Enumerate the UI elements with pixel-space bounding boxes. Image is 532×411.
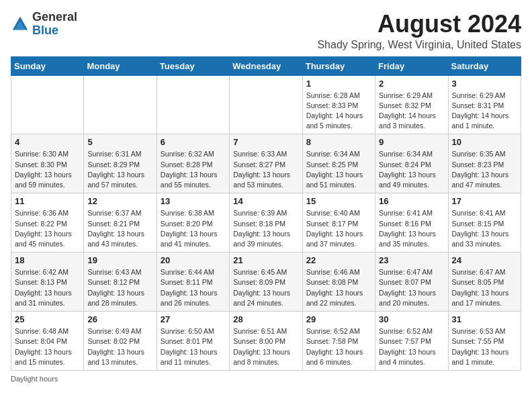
calendar-cell: 28Sunrise: 6:51 AM Sunset: 8:00 PM Dayli…	[230, 312, 302, 371]
day-of-week-row: SundayMondayTuesdayWednesdayThursdayFrid…	[11, 56, 521, 75]
day-info: Sunrise: 6:38 AM Sunset: 8:20 PM Dayligh…	[161, 208, 226, 249]
day-info: Sunrise: 6:46 AM Sunset: 8:08 PM Dayligh…	[306, 267, 371, 308]
day-number: 19	[87, 255, 152, 265]
dow-header: Friday	[375, 56, 448, 75]
day-info: Sunrise: 6:51 AM Sunset: 8:00 PM Dayligh…	[233, 326, 298, 367]
calendar-cell: 2Sunrise: 6:29 AM Sunset: 8:32 PM Daylig…	[375, 75, 448, 134]
day-info: Sunrise: 6:41 AM Sunset: 8:15 PM Dayligh…	[452, 208, 517, 249]
calendar-week: 1Sunrise: 6:28 AM Sunset: 8:33 PM Daylig…	[11, 75, 521, 134]
calendar-cell	[11, 75, 84, 134]
day-info: Sunrise: 6:31 AM Sunset: 8:29 PM Dayligh…	[87, 149, 152, 190]
day-info: Sunrise: 6:42 AM Sunset: 8:13 PM Dayligh…	[15, 267, 80, 308]
day-info: Sunrise: 6:47 AM Sunset: 8:07 PM Dayligh…	[379, 267, 444, 308]
day-number: 12	[87, 196, 152, 206]
calendar-week: 25Sunrise: 6:48 AM Sunset: 8:04 PM Dayli…	[11, 312, 521, 371]
day-info: Sunrise: 6:39 AM Sunset: 8:18 PM Dayligh…	[233, 208, 298, 249]
day-info: Sunrise: 6:32 AM Sunset: 8:28 PM Dayligh…	[161, 149, 226, 190]
dow-header: Sunday	[11, 56, 84, 75]
calendar-cell: 13Sunrise: 6:38 AM Sunset: 8:20 PM Dayli…	[157, 193, 229, 253]
calendar-cell: 4Sunrise: 6:30 AM Sunset: 8:30 PM Daylig…	[11, 134, 84, 193]
day-info: Sunrise: 6:49 AM Sunset: 8:02 PM Dayligh…	[87, 326, 152, 367]
calendar-cell	[84, 75, 157, 134]
day-info: Sunrise: 6:29 AM Sunset: 8:32 PM Dayligh…	[379, 91, 444, 132]
day-number: 21	[233, 255, 298, 265]
calendar-cell: 3Sunrise: 6:29 AM Sunset: 8:31 PM Daylig…	[448, 75, 521, 134]
day-number: 25	[15, 314, 80, 324]
day-number: 29	[306, 314, 371, 324]
day-number: 18	[15, 255, 80, 265]
day-info: Sunrise: 6:52 AM Sunset: 7:57 PM Dayligh…	[379, 326, 444, 367]
calendar-cell	[230, 75, 302, 134]
day-number: 10	[452, 137, 517, 147]
calendar-week: 11Sunrise: 6:36 AM Sunset: 8:22 PM Dayli…	[11, 193, 521, 253]
day-info: Sunrise: 6:43 AM Sunset: 8:12 PM Dayligh…	[87, 267, 152, 308]
day-info: Sunrise: 6:41 AM Sunset: 8:16 PM Dayligh…	[379, 208, 444, 249]
calendar-cell: 26Sunrise: 6:49 AM Sunset: 8:02 PM Dayli…	[84, 312, 157, 371]
day-number: 9	[379, 137, 444, 147]
day-number: 22	[306, 255, 371, 265]
day-info: Sunrise: 6:53 AM Sunset: 7:55 PM Dayligh…	[452, 326, 517, 367]
calendar: SundayMondayTuesdayWednesdayThursdayFrid…	[11, 56, 521, 371]
calendar-cell: 6Sunrise: 6:32 AM Sunset: 8:28 PM Daylig…	[157, 134, 229, 193]
calendar-cell: 29Sunrise: 6:52 AM Sunset: 7:58 PM Dayli…	[302, 312, 375, 371]
day-number: 30	[379, 314, 444, 324]
calendar-cell: 5Sunrise: 6:31 AM Sunset: 8:29 PM Daylig…	[84, 134, 157, 193]
day-info: Sunrise: 6:36 AM Sunset: 8:22 PM Dayligh…	[15, 208, 80, 249]
day-number: 28	[233, 314, 298, 324]
day-number: 31	[452, 314, 517, 324]
day-number: 26	[87, 314, 152, 324]
day-number: 2	[379, 79, 444, 89]
calendar-cell: 1Sunrise: 6:28 AM Sunset: 8:33 PM Daylig…	[302, 75, 375, 134]
calendar-cell: 19Sunrise: 6:43 AM Sunset: 8:12 PM Dayli…	[84, 253, 157, 312]
day-info: Sunrise: 6:52 AM Sunset: 7:58 PM Dayligh…	[306, 326, 371, 367]
day-info: Sunrise: 6:45 AM Sunset: 8:09 PM Dayligh…	[233, 267, 298, 308]
calendar-cell: 8Sunrise: 6:34 AM Sunset: 8:25 PM Daylig…	[302, 134, 375, 193]
calendar-cell: 31Sunrise: 6:53 AM Sunset: 7:55 PM Dayli…	[448, 312, 521, 371]
month-year: August 2024	[317, 11, 521, 38]
day-info: Sunrise: 6:40 AM Sunset: 8:17 PM Dayligh…	[306, 208, 371, 249]
calendar-cell: 24Sunrise: 6:47 AM Sunset: 8:05 PM Dayli…	[448, 253, 521, 312]
logo: General Blue	[11, 11, 77, 38]
calendar-cell: 15Sunrise: 6:40 AM Sunset: 8:17 PM Dayli…	[302, 193, 375, 253]
calendar-week: 4Sunrise: 6:30 AM Sunset: 8:30 PM Daylig…	[11, 134, 521, 193]
day-info: Sunrise: 6:44 AM Sunset: 8:11 PM Dayligh…	[161, 267, 226, 308]
calendar-week: 18Sunrise: 6:42 AM Sunset: 8:13 PM Dayli…	[11, 253, 521, 312]
footer-note: Daylight hours	[11, 375, 521, 383]
location: Shady Spring, West Virginia, United Stat…	[317, 39, 521, 51]
day-number: 23	[379, 255, 444, 265]
calendar-cell: 17Sunrise: 6:41 AM Sunset: 8:15 PM Dayli…	[448, 193, 521, 253]
calendar-cell: 20Sunrise: 6:44 AM Sunset: 8:11 PM Dayli…	[157, 253, 229, 312]
day-number: 8	[306, 137, 371, 147]
day-number: 4	[15, 137, 80, 147]
calendar-cell: 18Sunrise: 6:42 AM Sunset: 8:13 PM Dayli…	[11, 253, 84, 312]
day-number: 16	[379, 196, 444, 206]
header: General Blue August 2024 Shady Spring, W…	[11, 11, 521, 51]
logo-icon	[11, 15, 30, 34]
day-info: Sunrise: 6:34 AM Sunset: 8:24 PM Dayligh…	[379, 149, 444, 190]
day-number: 24	[452, 255, 517, 265]
day-info: Sunrise: 6:30 AM Sunset: 8:30 PM Dayligh…	[15, 149, 80, 190]
dow-header: Thursday	[302, 56, 375, 75]
calendar-cell: 25Sunrise: 6:48 AM Sunset: 8:04 PM Dayli…	[11, 312, 84, 371]
calendar-cell: 11Sunrise: 6:36 AM Sunset: 8:22 PM Dayli…	[11, 193, 84, 253]
title-area: August 2024 Shady Spring, West Virginia,…	[317, 11, 521, 51]
day-number: 3	[452, 79, 517, 89]
calendar-cell: 21Sunrise: 6:45 AM Sunset: 8:09 PM Dayli…	[230, 253, 302, 312]
calendar-cell: 16Sunrise: 6:41 AM Sunset: 8:16 PM Dayli…	[375, 193, 448, 253]
day-number: 15	[306, 196, 371, 206]
day-info: Sunrise: 6:35 AM Sunset: 8:23 PM Dayligh…	[452, 149, 517, 190]
calendar-body: 1Sunrise: 6:28 AM Sunset: 8:33 PM Daylig…	[11, 75, 521, 370]
calendar-cell: 7Sunrise: 6:33 AM Sunset: 8:27 PM Daylig…	[230, 134, 302, 193]
day-number: 11	[15, 196, 80, 206]
day-number: 7	[233, 137, 298, 147]
day-number: 13	[161, 196, 226, 206]
calendar-cell: 14Sunrise: 6:39 AM Sunset: 8:18 PM Dayli…	[230, 193, 302, 253]
day-number: 17	[452, 196, 517, 206]
calendar-cell: 23Sunrise: 6:47 AM Sunset: 8:07 PM Dayli…	[375, 253, 448, 312]
day-number: 5	[87, 137, 152, 147]
calendar-cell	[157, 75, 229, 134]
calendar-cell: 9Sunrise: 6:34 AM Sunset: 8:24 PM Daylig…	[375, 134, 448, 193]
day-info: Sunrise: 6:29 AM Sunset: 8:31 PM Dayligh…	[452, 91, 517, 132]
day-number: 1	[306, 79, 371, 89]
dow-header: Monday	[84, 56, 157, 75]
